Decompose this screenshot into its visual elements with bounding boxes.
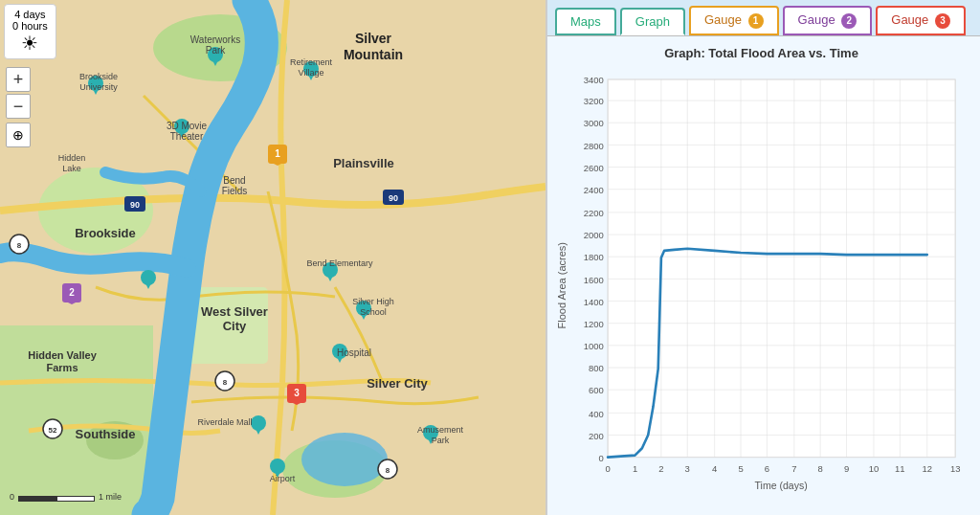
map-controls: + − ⊕ — [6, 67, 31, 147]
svg-text:Silver: Silver — [355, 31, 392, 46]
svg-text:8: 8 — [386, 466, 390, 475]
tab-gauge2[interactable]: Gauge 2 — [783, 6, 873, 35]
svg-text:5: 5 — [738, 463, 743, 474]
svg-text:School: School — [360, 307, 387, 317]
svg-text:Farms: Farms — [46, 362, 78, 373]
zoom-out-button[interactable]: − — [6, 94, 31, 119]
crosshair-button[interactable]: ⊕ — [6, 123, 31, 147]
svg-text:3000: 3000 — [584, 118, 604, 128]
map-panel: 90 90 8 8 8 52 — [0, 0, 546, 515]
svg-text:Bend: Bend — [223, 175, 245, 186]
svg-text:City: City — [223, 319, 247, 333]
svg-text:Southside: Southside — [76, 427, 136, 441]
svg-text:1600: 1600 — [584, 274, 604, 284]
svg-text:University: University — [79, 82, 118, 92]
chart-title: Graph: Total Flood Area vs. Time — [552, 46, 970, 60]
sun-icon: ☀ — [12, 32, 48, 55]
svg-text:0: 0 — [599, 452, 604, 462]
svg-text:2800: 2800 — [584, 140, 604, 150]
svg-text:90: 90 — [389, 193, 398, 203]
svg-text:52: 52 — [49, 426, 57, 435]
svg-text:Airport: Airport — [270, 474, 296, 483]
svg-text:800: 800 — [589, 363, 604, 373]
svg-text:400: 400 — [589, 408, 604, 418]
chart-inner: 0 200 400 600 800 1000 1200 1400 1600 18… — [568, 66, 970, 506]
svg-text:1200: 1200 — [584, 318, 604, 328]
svg-text:Park: Park — [432, 436, 450, 445]
svg-text:Hidden: Hidden — [58, 153, 86, 163]
tab-gauge1[interactable]: Gauge 1 — [689, 6, 779, 35]
zoom-in-button[interactable]: + — [6, 67, 31, 92]
svg-text:1: 1 — [633, 463, 637, 474]
svg-text:Hidden Valley: Hidden Valley — [28, 349, 97, 361]
svg-text:Silver City: Silver City — [367, 376, 428, 391]
svg-text:0: 0 — [605, 463, 610, 474]
chart-svg: 0 200 400 600 800 1000 1200 1400 1600 18… — [568, 66, 970, 506]
gauge1-badge: 1 — [748, 13, 764, 29]
svg-text:2000: 2000 — [584, 230, 604, 240]
gauge3-badge: 3 — [935, 13, 950, 29]
tab-gauge3[interactable]: Gauge 3 — [876, 6, 966, 35]
svg-text:2600: 2600 — [584, 162, 604, 172]
weather-days: 4 days — [12, 9, 48, 20]
svg-text:600: 600 — [589, 385, 604, 395]
svg-text:Village: Village — [299, 68, 324, 78]
weather-widget: 4 days 0 hours ☀ — [4, 4, 56, 59]
svg-text:Riverdale Mall: Riverdale Mall — [197, 417, 252, 427]
svg-text:West Silver: West Silver — [201, 304, 268, 319]
svg-text:Mountain: Mountain — [344, 47, 403, 62]
svg-text:10: 10 — [869, 463, 880, 474]
svg-text:7: 7 — [791, 463, 796, 474]
svg-text:Fields: Fields — [222, 186, 248, 196]
svg-text:Hospital: Hospital — [337, 347, 371, 358]
tab-graph[interactable]: Graph — [620, 8, 685, 35]
svg-text:8: 8 — [818, 463, 823, 474]
svg-text:2400: 2400 — [584, 184, 604, 194]
svg-text:11: 11 — [895, 463, 905, 474]
svg-text:Theater: Theater — [170, 131, 204, 142]
scale-bar: 0 1 mile — [10, 492, 122, 504]
y-axis-label: Flood Area (acres) — [552, 66, 568, 506]
svg-text:4: 4 — [712, 463, 717, 474]
chart-container: Flood Area (acres) — [552, 66, 970, 506]
gauge2-badge: 2 — [841, 13, 857, 29]
svg-text:2200: 2200 — [584, 208, 604, 218]
svg-text:Brookside: Brookside — [75, 226, 136, 240]
svg-text:1: 1 — [275, 148, 280, 159]
svg-text:Plainsville: Plainsville — [333, 156, 394, 170]
svg-text:6: 6 — [765, 463, 769, 474]
svg-point-7 — [301, 433, 388, 486]
svg-text:8: 8 — [17, 241, 22, 250]
svg-text:Park: Park — [206, 45, 227, 56]
svg-text:Waterworks: Waterworks — [190, 34, 240, 45]
svg-text:Silver High: Silver High — [352, 297, 394, 306]
svg-text:Retirement: Retirement — [290, 57, 333, 67]
svg-text:12: 12 — [922, 463, 932, 474]
tab-bar: Maps Graph Gauge 1 Gauge 2 Gauge 3 — [547, 0, 980, 36]
svg-text:200: 200 — [589, 430, 604, 440]
svg-text:90: 90 — [130, 200, 140, 210]
svg-text:Brookside: Brookside — [79, 72, 118, 81]
svg-text:1800: 1800 — [584, 252, 604, 262]
svg-text:2: 2 — [69, 287, 75, 298]
svg-text:1000: 1000 — [584, 341, 604, 351]
svg-text:Time (days): Time (days) — [755, 480, 808, 491]
svg-text:8: 8 — [223, 378, 228, 387]
scale-label-1: 1 mile — [99, 492, 122, 502]
svg-text:3400: 3400 — [584, 75, 604, 85]
weather-hours: 0 hours — [12, 20, 48, 32]
svg-text:9: 9 — [844, 463, 849, 474]
chart-area: Graph: Total Flood Area vs. Time Flood A… — [547, 36, 980, 516]
svg-text:2: 2 — [658, 463, 663, 474]
svg-text:Lake: Lake — [62, 164, 81, 173]
right-panel: Maps Graph Gauge 1 Gauge 2 Gauge 3 Graph… — [546, 0, 980, 515]
svg-text:3: 3 — [685, 463, 690, 474]
svg-text:Amusement: Amusement — [417, 425, 464, 435]
svg-text:3D Movie: 3D Movie — [167, 121, 208, 131]
tab-maps[interactable]: Maps — [555, 8, 616, 35]
svg-text:1400: 1400 — [584, 296, 604, 306]
svg-text:Bend Elementary: Bend Elementary — [306, 258, 373, 268]
scale-label-0: 0 — [10, 492, 14, 502]
svg-text:13: 13 — [950, 463, 961, 474]
svg-text:3: 3 — [294, 388, 300, 398]
